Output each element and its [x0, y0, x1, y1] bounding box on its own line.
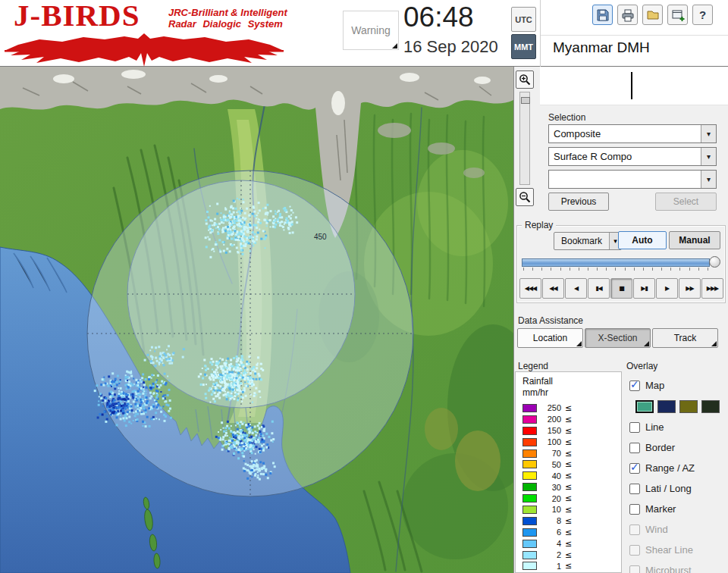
map-style-swatches	[625, 396, 728, 417]
less-equal-symbol: ≤	[565, 505, 572, 515]
less-equal-symbol: ≤	[565, 561, 572, 571]
step-backward-button[interactable]: ▮◀	[588, 278, 610, 299]
track-button[interactable]: Track	[652, 328, 718, 348]
less-equal-symbol: ≤	[565, 550, 572, 560]
query-input[interactable]	[540, 67, 728, 105]
warning-button[interactable]: Warning	[343, 11, 399, 50]
rewind-button[interactable]: ◀◀	[542, 278, 564, 299]
legend-value: 150	[541, 426, 561, 435]
legend-color-swatch	[522, 494, 537, 503]
range-az-checkbox[interactable]: ✓	[629, 463, 640, 474]
check-icon: ✓	[630, 461, 639, 473]
utc-button[interactable]: UTC	[511, 7, 536, 32]
chevron-down-icon[interactable]: ▾	[701, 171, 716, 188]
selection-dropdown-3[interactable]: ▾	[548, 170, 717, 189]
selection-dropdown-1[interactable]: Composite▾	[548, 124, 717, 143]
overlay-item-line[interactable]: Line	[625, 417, 728, 437]
selection-dropdowns: Composite▾Surface R Compo▾▾	[548, 124, 717, 193]
dropdown-corner-icon	[392, 43, 397, 49]
help-button[interactable]: ?	[692, 5, 713, 25]
toolbar: ?	[592, 5, 713, 25]
border-checkbox[interactable]	[629, 443, 640, 453]
lati-long-checkbox[interactable]	[629, 484, 640, 494]
map-style-swatch-3[interactable]	[679, 400, 698, 413]
overlay-item-lati-long[interactable]: Lati / Long	[625, 478, 728, 499]
less-equal-symbol: ≤	[565, 482, 572, 492]
slider-track[interactable]	[522, 258, 710, 267]
stop-button[interactable]: ■	[610, 278, 632, 299]
chevron-down-icon[interactable]: ▾	[701, 148, 716, 165]
overlay-item-shear-line[interactable]: Shear Line	[625, 540, 728, 560]
select-button[interactable]: Select	[655, 193, 717, 211]
button-label: Location	[533, 333, 567, 343]
logo-title: J-BIRDS	[14, 0, 140, 33]
zoom-in-button[interactable]	[516, 70, 534, 89]
chevron-down-icon[interactable]: ▾	[701, 125, 716, 142]
new-window-button[interactable]	[667, 5, 688, 25]
slider-tick	[708, 268, 708, 271]
overlay-item-marker[interactable]: Marker	[625, 499, 728, 519]
wind-checkbox[interactable]	[629, 524, 640, 535]
fast-rewind-button[interactable]: ◀◀◀	[519, 278, 541, 299]
line-checkbox[interactable]	[629, 422, 640, 433]
save-icon	[595, 8, 610, 23]
overlay-item-wind[interactable]: Wind	[625, 519, 728, 540]
logo-subtitle-line2: Radar Dialogic System	[168, 18, 287, 30]
overlay-item-map[interactable]: ✓Map	[625, 375, 728, 396]
map-style-swatch-1[interactable]	[635, 400, 654, 413]
legend-section-label: Legend	[518, 361, 548, 371]
jbirds-application: J-BIRDS JRC-Brilliant & Intelligent Rada…	[0, 0, 728, 573]
organization-name: Myanmar DMH	[553, 39, 650, 56]
location-button[interactable]: Location	[517, 328, 583, 348]
zoom-slider-track[interactable]	[519, 92, 530, 185]
save-button[interactable]	[592, 5, 613, 25]
replay-group-label: Replay	[522, 220, 556, 230]
slider-tick	[689, 268, 690, 271]
legend-row: 70≤	[522, 448, 618, 459]
warning-label: Warning	[351, 24, 391, 36]
bookmark-button[interactable]: Bookmark ▾	[554, 232, 622, 250]
legend-color-swatch	[522, 449, 537, 458]
x-section-button[interactable]: X-Section	[585, 328, 651, 348]
slider-thumb[interactable]	[709, 256, 720, 268]
overlay-item-microburst[interactable]: Microburst	[625, 560, 728, 573]
map-checkbox[interactable]: ✓	[629, 380, 640, 391]
replay-timeline-slider[interactable]	[522, 255, 720, 272]
overlay-item-label: Range / AZ	[645, 462, 695, 474]
overlay-item-label: Wind	[645, 524, 668, 535]
legend-value: 2	[541, 550, 561, 559]
mmt-button[interactable]: MMT	[511, 34, 536, 59]
play-backward-button[interactable]: ◀	[565, 278, 587, 299]
shear-line-checkbox[interactable]	[629, 545, 640, 556]
legend-value: 10	[541, 505, 561, 514]
auto-mode-button[interactable]: Auto	[618, 231, 667, 249]
zoom-slider-thumb[interactable]	[521, 97, 530, 104]
dropdown-corner-icon	[711, 341, 717, 346]
legend-row: 100≤	[522, 437, 618, 448]
open-folder-button[interactable]	[642, 5, 663, 25]
new-window-icon	[670, 8, 686, 23]
radar-map[interactable]: 450	[0, 67, 513, 573]
marker-checkbox[interactable]	[629, 504, 640, 515]
legend-row: 6≤	[522, 527, 618, 538]
overlay-item-range-az[interactable]: ✓Range / AZ	[625, 458, 728, 478]
zoom-out-button[interactable]	[516, 188, 534, 206]
legend-row: 8≤	[522, 515, 618, 527]
selection-dropdown-2[interactable]: Surface R Compo▾	[548, 147, 717, 166]
play-forward-button[interactable]: ▶	[656, 278, 678, 299]
manual-mode-button[interactable]: Manual	[669, 231, 720, 249]
legend-row: 20≤	[522, 493, 618, 504]
microburst-checkbox[interactable]	[629, 565, 640, 573]
map-style-swatch-2[interactable]	[657, 400, 676, 413]
less-equal-symbol: ≤	[565, 449, 572, 459]
fast-forward-button[interactable]: ▶▶	[679, 278, 701, 299]
jump-end-button[interactable]: ▶▶▶	[701, 278, 723, 299]
eagle-icon	[5, 32, 284, 68]
step-forward-button[interactable]: ▶▮	[633, 278, 655, 299]
check-icon: ✓	[630, 378, 639, 390]
previous-button[interactable]: Previous	[548, 193, 609, 211]
map-style-swatch-4[interactable]	[701, 400, 720, 413]
overlay-item-border[interactable]: Border	[625, 437, 728, 458]
print-button[interactable]	[617, 5, 638, 25]
overlay-item-label: Shear Line	[645, 544, 693, 556]
